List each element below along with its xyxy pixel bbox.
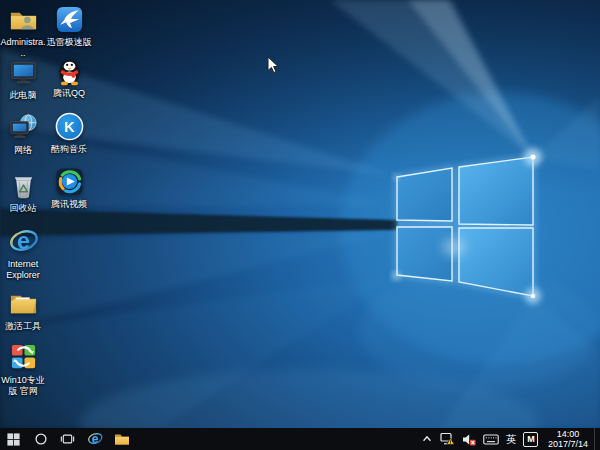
touch-keyboard-icon xyxy=(483,433,499,446)
thunder-bird-icon xyxy=(54,4,85,35)
folder-icon xyxy=(8,288,39,319)
network-warning-icon xyxy=(440,432,455,446)
tray-clock[interactable]: 14:00 2017/7/14 xyxy=(542,429,594,449)
cortana-circle-icon xyxy=(34,432,48,446)
desktop[interactable]: Administra... 此电脑 网络 xyxy=(0,0,600,428)
touch-keyboard-button[interactable] xyxy=(479,428,502,450)
user-folder-icon xyxy=(8,4,39,35)
qq-penguin-icon xyxy=(54,55,85,86)
desktop-icon-label: 此电脑 xyxy=(10,90,37,101)
desktop-icon-label: 迅雷极速版 xyxy=(47,37,92,48)
desktop-icon-label: 腾讯视频 xyxy=(51,199,87,210)
windows-logo-icon xyxy=(7,433,20,446)
desktop-icon-label: 回收站 xyxy=(10,203,37,214)
taskbar-ie-button[interactable]: e xyxy=(81,428,108,450)
recycle-bin-icon xyxy=(8,170,39,201)
desktop-icon-label: 酷狗音乐 xyxy=(51,144,87,155)
desktop-icon-tencent-video[interactable]: 腾讯视频 xyxy=(46,166,92,210)
desktop-icon-label: Internet Explorer xyxy=(0,259,46,281)
network-status-button[interactable] xyxy=(436,428,458,450)
win10-colored-squares-icon xyxy=(8,342,39,373)
clock-time: 14:00 xyxy=(548,429,588,439)
desktop-icon-internet-explorer[interactable]: e Internet Explorer xyxy=(0,226,46,281)
system-tray: 英 M 14:00 2017/7/14 xyxy=(417,428,600,450)
desktop-icon-this-pc[interactable]: 此电脑 xyxy=(0,57,46,101)
taskbar: e xyxy=(0,428,600,450)
kugou-k-circle-icon: K xyxy=(54,111,85,142)
taskbar-file-explorer-button[interactable] xyxy=(108,428,135,450)
desktop-icon-thunder-speed[interactable]: 迅雷极速版 xyxy=(46,4,92,48)
network-globe-icon xyxy=(8,112,39,143)
hidden-icons-chevron-button[interactable] xyxy=(417,428,436,450)
desktop-icon-activation-tool[interactable]: 激活工具 xyxy=(0,288,46,332)
cortana-search-button[interactable] xyxy=(27,428,54,450)
desktop-icon-administrator[interactable]: Administra... xyxy=(0,4,46,59)
chevron-up-icon xyxy=(421,433,433,445)
tencent-video-play-icon xyxy=(54,166,85,197)
svg-text:K: K xyxy=(64,119,75,135)
ime-mode-badge: M xyxy=(523,432,538,447)
task-view-button[interactable] xyxy=(54,428,81,450)
internet-explorer-icon: e xyxy=(87,431,103,447)
desktop-icon-label: Win10专业版 官网 xyxy=(0,375,49,397)
file-explorer-folder-icon xyxy=(114,432,130,446)
task-view-icon xyxy=(60,432,75,446)
show-desktop-button[interactable] xyxy=(594,428,600,450)
desktop-icon-network[interactable]: 网络 xyxy=(0,112,46,156)
volume-button[interactable] xyxy=(458,428,479,450)
ime-mode-button[interactable]: M xyxy=(520,428,542,450)
desktop-icon-label: 激活工具 xyxy=(5,321,41,332)
start-button[interactable] xyxy=(0,428,27,450)
desktop-icon-win10-pro-site[interactable]: Win10专业版 官网 xyxy=(0,342,51,397)
desktop-icon-label: Administra... xyxy=(0,37,46,59)
desktop-icon-recycle-bin[interactable]: 回收站 xyxy=(0,170,46,214)
screen: Administra... 此电脑 网络 xyxy=(0,0,600,450)
clock-date: 2017/7/14 xyxy=(548,439,588,449)
desktop-icon-tencent-qq[interactable]: 腾讯QQ xyxy=(46,55,92,99)
internet-explorer-icon: e xyxy=(8,226,39,257)
desktop-icon-kugou-music[interactable]: K 酷狗音乐 xyxy=(46,111,92,155)
volume-muted-icon xyxy=(462,433,476,446)
desktop-icon-label: 网络 xyxy=(14,145,32,156)
desktop-icon-label: 腾讯QQ xyxy=(53,88,85,99)
input-language-indicator[interactable]: 英 xyxy=(502,428,520,450)
computer-monitor-icon xyxy=(8,57,39,88)
